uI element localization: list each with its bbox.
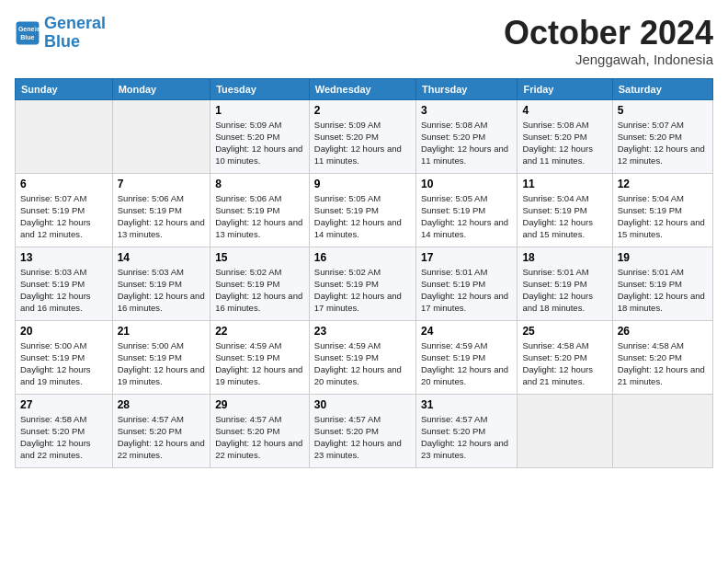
day-detail: Sunrise: 5:00 AMSunset: 5:19 PMDaylight:… xyxy=(118,339,206,388)
month-title: October 2024 xyxy=(504,15,713,52)
day-detail: Sunrise: 5:02 AMSunset: 5:19 PMDaylight:… xyxy=(314,266,411,315)
day-number: 7 xyxy=(118,178,206,190)
day-detail: Sunrise: 4:57 AMSunset: 5:20 PMDaylight:… xyxy=(215,413,304,462)
svg-text:Blue: Blue xyxy=(20,34,34,40)
calendar-week-row: 20Sunrise: 5:00 AMSunset: 5:19 PMDayligh… xyxy=(16,320,713,394)
weekday-header: Tuesday xyxy=(210,78,310,99)
calendar-cell: 24Sunrise: 4:59 AMSunset: 5:19 PMDayligh… xyxy=(415,320,517,394)
day-number: 26 xyxy=(618,325,708,338)
day-number: 12 xyxy=(618,178,708,190)
calendar-cell: 17Sunrise: 5:01 AMSunset: 5:19 PMDayligh… xyxy=(415,247,517,320)
day-detail: Sunrise: 5:02 AMSunset: 5:19 PMDaylight:… xyxy=(215,266,304,315)
calendar-cell: 16Sunrise: 5:02 AMSunset: 5:19 PMDayligh… xyxy=(309,247,415,320)
title-block: October 2024 Jenggawah, Indonesia xyxy=(504,15,713,67)
day-detail: Sunrise: 5:06 AMSunset: 5:19 PMDaylight:… xyxy=(215,192,304,241)
page-header: General Blue General Blue October 2024 J… xyxy=(15,15,713,67)
calendar-cell xyxy=(518,394,612,467)
calendar-cell: 12Sunrise: 5:04 AMSunset: 5:19 PMDayligh… xyxy=(612,173,712,247)
calendar-cell: 13Sunrise: 5:03 AMSunset: 5:19 PMDayligh… xyxy=(16,247,113,320)
day-number: 31 xyxy=(421,398,512,411)
calendar-cell: 6Sunrise: 5:07 AMSunset: 5:19 PMDaylight… xyxy=(16,173,113,247)
weekday-header: Monday xyxy=(112,78,210,99)
day-detail: Sunrise: 5:09 AMSunset: 5:20 PMDaylight:… xyxy=(215,119,304,167)
day-number: 25 xyxy=(522,325,607,338)
day-number: 20 xyxy=(20,325,108,338)
day-detail: Sunrise: 4:59 AMSunset: 5:19 PMDaylight:… xyxy=(215,339,304,388)
day-number: 28 xyxy=(118,398,206,411)
day-number: 29 xyxy=(215,398,304,411)
day-detail: Sunrise: 5:04 AMSunset: 5:19 PMDaylight:… xyxy=(618,192,708,241)
day-number: 14 xyxy=(118,251,206,264)
calendar-cell xyxy=(16,99,113,173)
calendar-cell: 19Sunrise: 5:01 AMSunset: 5:19 PMDayligh… xyxy=(612,247,712,320)
day-detail: Sunrise: 4:58 AMSunset: 5:20 PMDaylight:… xyxy=(618,339,708,388)
weekday-header: Thursday xyxy=(415,78,517,99)
day-number: 17 xyxy=(421,251,512,264)
calendar-cell: 3Sunrise: 5:08 AMSunset: 5:20 PMDaylight… xyxy=(415,99,517,173)
day-number: 1 xyxy=(215,104,304,117)
day-number: 4 xyxy=(522,104,607,117)
day-detail: Sunrise: 5:00 AMSunset: 5:19 PMDaylight:… xyxy=(20,339,108,388)
day-detail: Sunrise: 5:03 AMSunset: 5:19 PMDaylight:… xyxy=(118,266,206,315)
calendar-cell xyxy=(612,394,712,467)
day-number: 16 xyxy=(314,251,411,264)
calendar-week-row: 6Sunrise: 5:07 AMSunset: 5:19 PMDaylight… xyxy=(16,173,713,247)
calendar-cell: 14Sunrise: 5:03 AMSunset: 5:19 PMDayligh… xyxy=(112,247,210,320)
day-detail: Sunrise: 5:01 AMSunset: 5:19 PMDaylight:… xyxy=(618,266,708,315)
calendar-cell xyxy=(112,99,210,173)
day-number: 11 xyxy=(522,178,607,190)
day-number: 24 xyxy=(421,325,512,338)
day-number: 21 xyxy=(118,325,206,338)
calendar-cell: 23Sunrise: 4:59 AMSunset: 5:19 PMDayligh… xyxy=(309,320,415,394)
calendar-cell: 28Sunrise: 4:57 AMSunset: 5:20 PMDayligh… xyxy=(112,394,210,467)
day-number: 5 xyxy=(618,104,708,117)
day-number: 8 xyxy=(215,178,304,190)
day-detail: Sunrise: 5:09 AMSunset: 5:20 PMDaylight:… xyxy=(314,119,411,167)
day-number: 19 xyxy=(618,251,708,264)
calendar-cell: 27Sunrise: 4:58 AMSunset: 5:20 PMDayligh… xyxy=(16,394,113,467)
location-subtitle: Jenggawah, Indonesia xyxy=(504,52,713,67)
calendar-week-row: 1Sunrise: 5:09 AMSunset: 5:20 PMDaylight… xyxy=(16,99,713,173)
day-detail: Sunrise: 5:01 AMSunset: 5:19 PMDaylight:… xyxy=(421,266,512,315)
day-detail: Sunrise: 5:01 AMSunset: 5:19 PMDaylight:… xyxy=(522,266,607,315)
day-detail: Sunrise: 5:04 AMSunset: 5:19 PMDaylight:… xyxy=(522,192,607,241)
logo-icon: General Blue xyxy=(15,20,40,46)
day-detail: Sunrise: 4:57 AMSunset: 5:20 PMDaylight:… xyxy=(314,413,411,462)
calendar-cell: 7Sunrise: 5:06 AMSunset: 5:19 PMDaylight… xyxy=(112,173,210,247)
calendar-cell: 10Sunrise: 5:05 AMSunset: 5:19 PMDayligh… xyxy=(415,173,517,247)
calendar-cell: 2Sunrise: 5:09 AMSunset: 5:20 PMDaylight… xyxy=(309,99,415,173)
day-detail: Sunrise: 4:58 AMSunset: 5:20 PMDaylight:… xyxy=(20,413,108,462)
calendar-cell: 30Sunrise: 4:57 AMSunset: 5:20 PMDayligh… xyxy=(309,394,415,467)
weekday-header: Friday xyxy=(518,78,612,99)
day-number: 3 xyxy=(421,104,512,117)
calendar-cell: 25Sunrise: 4:58 AMSunset: 5:20 PMDayligh… xyxy=(518,320,612,394)
svg-rect-0 xyxy=(17,21,40,44)
day-number: 6 xyxy=(20,178,108,190)
day-number: 23 xyxy=(314,325,411,338)
calendar-cell: 21Sunrise: 5:00 AMSunset: 5:19 PMDayligh… xyxy=(112,320,210,394)
logo: General Blue General Blue xyxy=(15,15,106,52)
weekday-header: Sunday xyxy=(16,78,113,99)
calendar-cell: 9Sunrise: 5:05 AMSunset: 5:19 PMDaylight… xyxy=(309,173,415,247)
day-detail: Sunrise: 5:08 AMSunset: 5:20 PMDaylight:… xyxy=(421,119,512,167)
calendar-cell: 18Sunrise: 5:01 AMSunset: 5:19 PMDayligh… xyxy=(518,247,612,320)
calendar-cell: 26Sunrise: 4:58 AMSunset: 5:20 PMDayligh… xyxy=(612,320,712,394)
day-number: 27 xyxy=(20,398,108,411)
weekday-header: Saturday xyxy=(612,78,712,99)
weekday-header: Wednesday xyxy=(309,78,415,99)
day-number: 13 xyxy=(20,251,108,264)
calendar-cell: 22Sunrise: 4:59 AMSunset: 5:19 PMDayligh… xyxy=(210,320,310,394)
calendar-cell: 29Sunrise: 4:57 AMSunset: 5:20 PMDayligh… xyxy=(210,394,310,467)
day-detail: Sunrise: 4:57 AMSunset: 5:20 PMDaylight:… xyxy=(421,413,512,462)
day-detail: Sunrise: 5:07 AMSunset: 5:19 PMDaylight:… xyxy=(20,192,108,241)
calendar-cell: 15Sunrise: 5:02 AMSunset: 5:19 PMDayligh… xyxy=(210,247,310,320)
calendar-cell: 1Sunrise: 5:09 AMSunset: 5:20 PMDaylight… xyxy=(210,99,310,173)
day-detail: Sunrise: 4:57 AMSunset: 5:20 PMDaylight:… xyxy=(118,413,206,462)
day-number: 22 xyxy=(215,325,304,338)
day-detail: Sunrise: 5:05 AMSunset: 5:19 PMDaylight:… xyxy=(314,192,411,241)
calendar-table: SundayMondayTuesdayWednesdayThursdayFrid… xyxy=(15,78,713,468)
day-number: 2 xyxy=(314,104,411,117)
day-detail: Sunrise: 5:07 AMSunset: 5:20 PMDaylight:… xyxy=(618,119,708,167)
calendar-cell: 20Sunrise: 5:00 AMSunset: 5:19 PMDayligh… xyxy=(16,320,113,394)
day-number: 18 xyxy=(522,251,607,264)
